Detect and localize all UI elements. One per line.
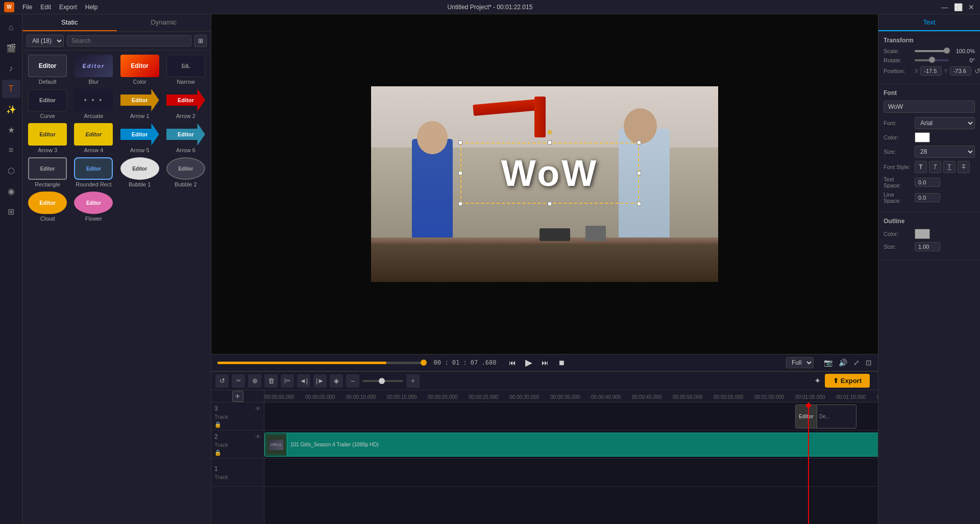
outline-size-input[interactable] [915, 242, 940, 251]
add-track-btn[interactable]: + [232, 391, 243, 402]
menu-bar: File Edit Export Help [22, 4, 97, 11]
effect-item-arrow4[interactable]: Editor Arrow 4 [72, 123, 114, 153]
minimize-btn[interactable]: — [940, 3, 949, 11]
strikethrough-btn[interactable]: T [958, 161, 970, 173]
tab-dynamic[interactable]: Dynamic [117, 14, 211, 31]
menu-export[interactable]: Export [59, 4, 77, 11]
trim-right-btn[interactable]: |► [313, 374, 327, 388]
line-space-input[interactable] [915, 193, 940, 202]
text-content-input[interactable] [884, 101, 975, 113]
marker-btn[interactable]: ◈ [330, 374, 343, 388]
sidebar-icon-home[interactable]: ⌂ [2, 18, 20, 37]
playhead [808, 402, 809, 524]
effect-item-arrow2[interactable]: Editor Arrow 2 [165, 89, 207, 119]
position-y-input[interactable] [950, 66, 971, 76]
italic-btn[interactable]: T [929, 161, 941, 173]
effect-item-arrow3[interactable]: Editor Arrow 3 [27, 123, 68, 153]
effect-item-arrow5[interactable]: Editor Arrow 5 [119, 123, 161, 153]
effect-preview-bubble2: Editor [166, 157, 205, 180]
right-tabs: Text [878, 14, 980, 32]
track3-eye-icon[interactable]: 👁 [255, 406, 261, 412]
effect-item-flower[interactable]: Editor Flower [72, 192, 114, 222]
font-family-select[interactable]: Arial [915, 117, 975, 129]
video-clip[interactable]: GIRLS 101 Girls_Season 4 Trailer (1080p … [264, 433, 878, 457]
effect-item-bubble1[interactable]: Editor Bubble 1 [119, 157, 161, 187]
sidebar-icon-audio[interactable]: ♪ [2, 59, 20, 78]
effect-item-cloud[interactable]: Editor Cloud [27, 192, 68, 222]
effects-search-input[interactable] [67, 35, 191, 46]
effect-item-curve[interactable]: Editor Curve [27, 89, 68, 119]
screenshot-icon[interactable]: 📷 [824, 359, 832, 367]
underline-btn[interactable]: T [943, 161, 955, 173]
effect-item-arrow1[interactable]: Editor Arrow 1 [119, 89, 161, 119]
zoom-slider[interactable] [362, 380, 403, 382]
effects-filter-dropdown[interactable]: All (18) [27, 35, 64, 47]
progress-bar[interactable] [217, 362, 424, 364]
effect-label-default: Default [39, 79, 57, 85]
track3-lock-icon[interactable]: 🔒 [214, 421, 261, 428]
handle-rotate[interactable] [548, 130, 552, 134]
volume-icon[interactable]: 🔊 [839, 359, 847, 367]
effect-preview-arrow3: Editor [28, 123, 67, 146]
effect-item-default[interactable]: Editor Default [27, 55, 68, 85]
delete-btn[interactable]: 🗑 [264, 374, 278, 388]
reset-position-icon[interactable]: ↺ [974, 67, 980, 75]
export-button[interactable]: ⬆ Export [825, 374, 870, 388]
quality-select[interactable]: Full [786, 357, 814, 368]
effects-grid-view-btn[interactable]: ⊞ [194, 35, 207, 47]
effect-item-arcuate[interactable]: • • • Arcuate [72, 89, 114, 119]
menu-file[interactable]: File [22, 4, 32, 11]
copy-btn[interactable]: ⊕ [248, 374, 261, 388]
outline-color-swatch[interactable] [915, 229, 930, 239]
cut-clip-btn[interactable]: ✂ [232, 374, 245, 388]
tab-text[interactable]: Text [878, 14, 980, 31]
play-btn[interactable]: ▶ [523, 356, 535, 369]
effect-preview-arrow1: Editor [120, 89, 159, 111]
font-color-swatch[interactable] [915, 132, 930, 142]
magic-wand-icon[interactable]: ✦ [814, 376, 821, 386]
sidebar-icon-media[interactable]: 🎬 [2, 39, 20, 57]
undo-btn[interactable]: ↺ [215, 374, 229, 388]
effect-item-rectangle[interactable]: Editor Rectangle [27, 157, 68, 187]
menu-edit[interactable]: Edit [40, 4, 51, 11]
sidebar-icon-filters[interactable]: ◉ [2, 182, 20, 200]
position-x-input[interactable] [920, 66, 942, 76]
effect-label-bubble1: Bubble 1 [129, 181, 151, 187]
playback-controls: ⏮ ▶ ⏭ ⏹ [506, 356, 568, 369]
text-space-input[interactable] [915, 178, 940, 187]
font-size-select[interactable]: 28 [915, 146, 975, 158]
bold-btn[interactable]: T [915, 161, 927, 173]
effect-preview-arrow5: Editor [120, 123, 159, 146]
sidebar-icon-effects[interactable]: ✨ [2, 100, 20, 118]
zoom-out-btn[interactable]: – [346, 374, 359, 388]
effect-item-bubble2[interactable]: Editor Bubble 2 [165, 157, 207, 187]
split-btn[interactable]: |✂ [281, 374, 294, 388]
effect-item-narrow[interactable]: Edi.. Narrow [165, 55, 207, 85]
zoom-in-btn[interactable]: + [406, 374, 420, 388]
sidebar-icon-tracks[interactable]: ⊞ [2, 202, 20, 221]
maximize-btn[interactable]: ⬜ [953, 3, 963, 11]
track2-lock-icon[interactable]: 🔒 [214, 449, 261, 456]
close-btn[interactable]: ✕ [967, 3, 976, 11]
effect-item-rounded-rect[interactable]: Editor Rounded Rect [72, 157, 114, 187]
rewind-btn[interactable]: ⏮ [506, 356, 519, 369]
effect-item-color[interactable]: Editor Color [119, 55, 161, 85]
progress-thumb[interactable] [421, 360, 427, 366]
rotate-slider[interactable] [915, 59, 949, 61]
menu-help[interactable]: Help [85, 4, 98, 11]
sidebar-icon-text[interactable]: T [2, 80, 20, 98]
track2-eye-icon[interactable]: 👁 [255, 434, 261, 440]
sidebar-icon-stickers[interactable]: ★ [2, 121, 20, 139]
fullscreen-icon[interactable]: ⤢ [853, 359, 860, 367]
tab-static[interactable]: Static [22, 14, 117, 31]
text-clip[interactable]: Editor De... [795, 404, 856, 428]
effect-item-arrow6[interactable]: Editor Arrow 6 [165, 123, 207, 153]
forward-btn[interactable]: ⏭ [539, 356, 551, 369]
pip-icon[interactable]: ⊡ [866, 359, 872, 367]
scale-slider[interactable] [915, 50, 949, 52]
sidebar-icon-equalizer[interactable]: ≡ [2, 141, 20, 159]
sidebar-icon-shapes[interactable]: ⬡ [2, 161, 20, 180]
stop-btn[interactable]: ⏹ [555, 356, 568, 369]
effect-item-blur[interactable]: Editor Blur [72, 55, 114, 85]
trim-left-btn[interactable]: ◄| [297, 374, 310, 388]
